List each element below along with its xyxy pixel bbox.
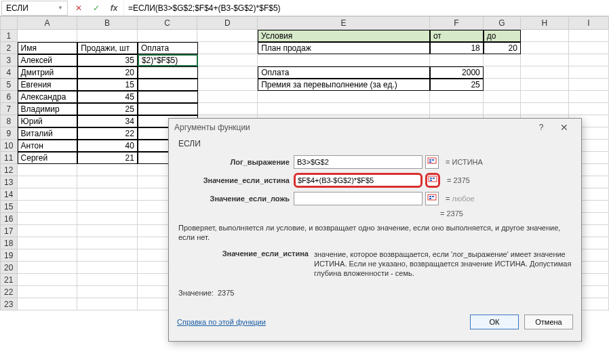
row-header-7[interactable]: 7 <box>0 103 18 115</box>
dialog-close-icon[interactable]: ✕ <box>553 122 576 133</box>
cell-H7[interactable] <box>521 103 569 115</box>
cell-D3[interactable] <box>198 54 258 66</box>
cell-H1[interactable] <box>521 30 569 42</box>
ok-button[interactable]: ОК <box>470 315 519 329</box>
select-all-corner[interactable] <box>0 16 18 30</box>
cell-E4[interactable]: Оплата <box>258 66 430 79</box>
row-header-12[interactable]: 12 <box>0 164 18 176</box>
cell-A14[interactable] <box>18 188 78 201</box>
row-header-13[interactable]: 13 <box>0 176 18 188</box>
col-header-C[interactable]: C <box>138 16 198 30</box>
cell-D5[interactable] <box>198 79 258 91</box>
range-selector-icon[interactable] <box>425 155 439 169</box>
cell-B9[interactable]: 22 <box>77 127 138 140</box>
cancel-formula-button[interactable]: ✕ <box>71 1 87 16</box>
cell-C5[interactable] <box>138 79 198 91</box>
range-selector-icon[interactable] <box>425 192 439 205</box>
cell-E2[interactable]: План продаж <box>258 42 430 54</box>
cell-B12[interactable] <box>77 164 138 176</box>
confirm-formula-button[interactable]: ✓ <box>88 1 104 16</box>
cell-I5[interactable] <box>569 79 609 91</box>
cell-A7[interactable]: Владимир <box>18 103 78 115</box>
cell-H4[interactable] <box>521 66 569 79</box>
cell-C3[interactable]: $2)*$F$5) <box>138 54 198 66</box>
cell-G6[interactable] <box>484 91 521 103</box>
row-header-17[interactable]: 17 <box>0 225 18 237</box>
cell-B17[interactable] <box>77 225 138 237</box>
cell-B21[interactable] <box>77 274 138 286</box>
row-header-1[interactable]: 1 <box>0 30 18 42</box>
cell-A21[interactable] <box>18 274 78 286</box>
name-box[interactable]: ЕСЛИ ▼ <box>1 1 68 16</box>
name-box-dropdown-icon[interactable]: ▼ <box>58 5 63 11</box>
col-header-H[interactable]: H <box>521 16 569 30</box>
cell-G3[interactable] <box>484 54 521 66</box>
row-header-20[interactable]: 20 <box>0 262 18 274</box>
col-header-F[interactable]: F <box>430 16 484 30</box>
col-header-E[interactable]: E <box>258 16 430 30</box>
cell-B11[interactable]: 21 <box>77 152 138 164</box>
row-header-3[interactable]: 3 <box>0 54 18 66</box>
cell-A12[interactable] <box>18 164 78 176</box>
cell-C7[interactable] <box>138 103 198 115</box>
cell-H6[interactable] <box>521 91 569 103</box>
cell-F5[interactable]: 25 <box>430 79 484 91</box>
dialog-help-icon[interactable]: ? <box>530 123 553 132</box>
col-header-G[interactable]: G <box>484 16 521 30</box>
cell-G7[interactable] <box>484 103 521 115</box>
cell-B3[interactable]: 35 <box>77 54 138 66</box>
cell-B16[interactable] <box>77 213 138 225</box>
row-header-21[interactable]: 21 <box>0 274 18 286</box>
cell-B18[interactable] <box>77 237 138 249</box>
cell-C2[interactable]: Оплата <box>138 42 198 54</box>
cell-E5[interactable]: Премия за перевыполнение (за ед.) <box>258 79 430 91</box>
cell-D7[interactable] <box>198 103 258 115</box>
cell-B13[interactable] <box>77 176 138 188</box>
arg-input-0[interactable] <box>294 155 423 169</box>
fx-button[interactable]: fx <box>106 1 122 16</box>
cell-A10[interactable]: Антон <box>18 140 78 152</box>
cell-E6[interactable] <box>258 91 430 103</box>
cell-B20[interactable] <box>77 262 138 274</box>
cell-B14[interactable] <box>77 188 138 201</box>
cell-B7[interactable]: 25 <box>77 103 138 115</box>
cell-F3[interactable] <box>430 54 484 66</box>
col-header-D[interactable]: D <box>197 16 258 30</box>
cell-I6[interactable] <box>569 91 609 103</box>
row-header-6[interactable]: 6 <box>0 91 18 103</box>
row-header-19[interactable]: 19 <box>0 249 18 262</box>
cell-B10[interactable]: 40 <box>77 140 138 152</box>
cell-A17[interactable] <box>18 225 78 237</box>
cell-A11[interactable]: Сергей <box>18 152 78 164</box>
cell-A23[interactable] <box>18 298 78 310</box>
cell-B8[interactable]: 34 <box>77 115 138 127</box>
cell-H5[interactable] <box>521 79 569 91</box>
cell-A6[interactable]: Александра <box>18 91 78 103</box>
cell-B23[interactable] <box>77 298 138 310</box>
cell-I7[interactable] <box>569 103 609 115</box>
cell-A2[interactable]: Имя <box>18 42 78 54</box>
cell-E3[interactable] <box>258 54 430 66</box>
cell-D4[interactable] <box>198 66 258 79</box>
cell-A3[interactable]: Алексей <box>18 54 78 66</box>
cell-A13[interactable] <box>18 176 78 188</box>
cell-F1[interactable]: от <box>430 30 484 42</box>
cell-E1[interactable]: Условия <box>258 30 430 42</box>
cell-A9[interactable]: Виталий <box>18 127 78 140</box>
cell-I1[interactable] <box>569 30 609 42</box>
row-header-2[interactable]: 2 <box>0 42 18 54</box>
row-header-22[interactable]: 22 <box>0 286 18 298</box>
cell-H2[interactable] <box>521 42 569 54</box>
dialog-titlebar[interactable]: Аргументы функции ? ✕ <box>169 119 581 136</box>
formula-input[interactable]: =ЕСЛИ(B3>$G$2;$F$4+(B3-$G$2)*$F$5) <box>123 1 609 16</box>
help-link[interactable]: Справка по этой функции <box>177 318 266 326</box>
row-header-11[interactable]: 11 <box>0 152 18 164</box>
cancel-button[interactable]: Отмена <box>524 315 573 329</box>
cell-I2[interactable] <box>569 42 609 54</box>
row-header-10[interactable]: 10 <box>0 140 18 152</box>
cell-A16[interactable] <box>18 213 78 225</box>
cell-A19[interactable] <box>18 249 78 262</box>
cell-B1[interactable] <box>77 30 138 42</box>
row-header-23[interactable]: 23 <box>0 298 18 310</box>
arg-input-1[interactable] <box>294 173 423 188</box>
